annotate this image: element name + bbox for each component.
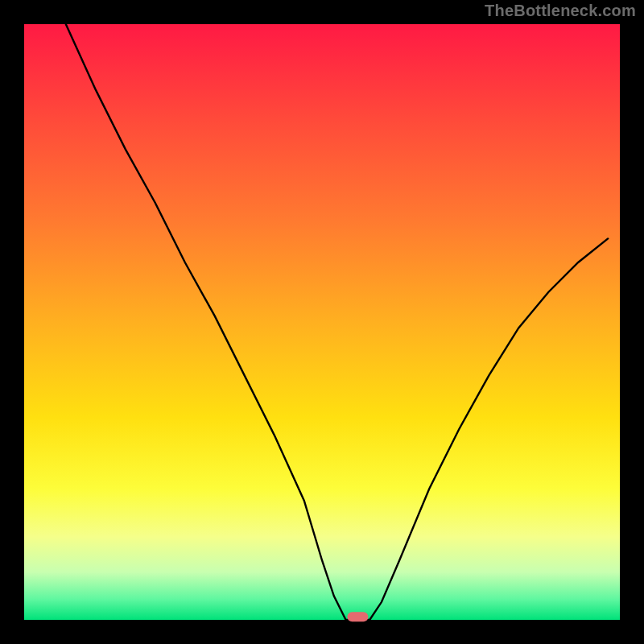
plot-background xyxy=(24,24,620,620)
bottleneck-chart xyxy=(0,0,644,644)
attribution-text: TheBottleneck.com xyxy=(485,2,636,20)
optimal-marker xyxy=(347,612,368,621)
chart-frame: TheBottleneck.com xyxy=(0,0,644,644)
